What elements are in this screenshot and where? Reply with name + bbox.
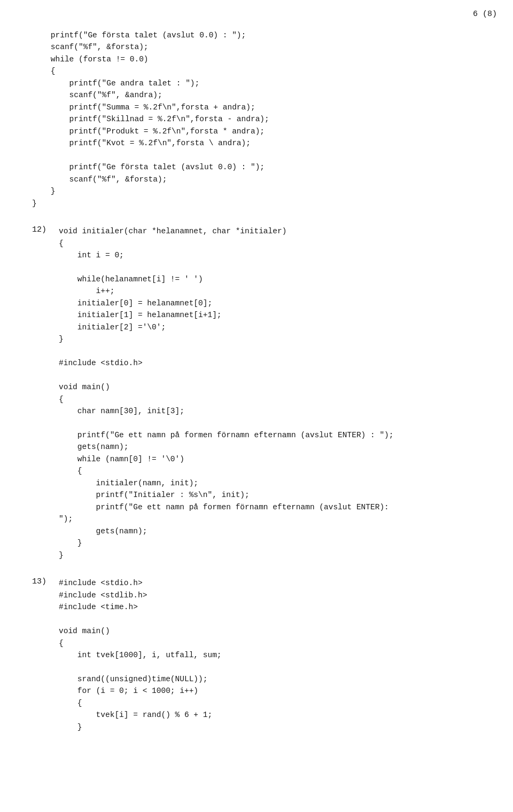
page-number: 6 (8) — [473, 10, 497, 19]
top-code-block: printf("Ge första talet (avslut 0.0) : "… — [32, 29, 481, 209]
section-13-code: #include <stdio.h> #include <stdlib.h> #… — [59, 577, 481, 733]
section-13: 13) #include <stdio.h> #include <stdlib.… — [32, 577, 481, 733]
section-12-number: 12) — [32, 225, 59, 561]
section-13-content: #include <stdio.h> #include <stdlib.h> #… — [59, 577, 481, 733]
section-12: 12) void initialer(char *helanamnet, cha… — [32, 225, 481, 561]
section-13-number: 13) — [32, 577, 59, 733]
section-12-content: void initialer(char *helanamnet, char *i… — [59, 225, 481, 561]
section-12-code: void initialer(char *helanamnet, char *i… — [59, 225, 481, 561]
top-code-text: printf("Ge första talet (avslut 0.0) : "… — [32, 29, 481, 209]
